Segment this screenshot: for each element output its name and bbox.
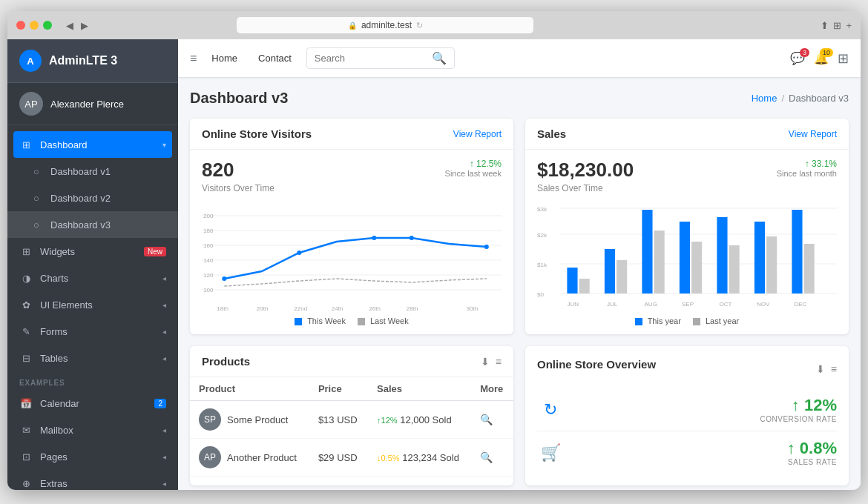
- messages-button[interactable]: 💬 3: [790, 51, 805, 65]
- visitors-card-title: Online Store Visitors: [202, 127, 312, 140]
- forms-icon: ✎: [19, 325, 33, 338]
- svg-rect-36: [642, 210, 652, 294]
- product-search-button[interactable]: 🔍: [480, 451, 493, 463]
- svg-rect-43: [766, 236, 777, 294]
- new-tab-button[interactable]: ⊞: [833, 20, 841, 31]
- product-name: Another Product: [227, 452, 297, 463]
- address-bar[interactable]: 🔒 adminlte.test ↻: [237, 17, 533, 33]
- sidebar-item-dashboard-v1[interactable]: ○ Dashboard v1: [7, 158, 178, 185]
- chevron-left-icon: ◂: [162, 354, 166, 362]
- maximize-button[interactable]: [43, 21, 52, 30]
- visitors-label: Visitors Over Time: [202, 183, 274, 193]
- sidebar-item-charts[interactable]: ◑ Charts ◂: [7, 265, 178, 291]
- circle-icon: ○: [30, 218, 43, 231]
- overview-menu-icon[interactable]: ≡: [831, 363, 837, 375]
- search-input[interactable]: [315, 53, 427, 64]
- sidebar-item-label: Dashboard v3: [50, 219, 166, 231]
- app-grid-button[interactable]: ⊞: [838, 50, 849, 67]
- search-box[interactable]: 🔍: [306, 47, 455, 69]
- trend-down-icon: ↓0.5%: [377, 454, 400, 462]
- sidebar-toggle-button[interactable]: ≡: [190, 52, 197, 65]
- product-more-cell: 🔍: [471, 439, 513, 477]
- svg-point-12: [222, 276, 226, 281]
- sidebar-item-label: Charts: [40, 273, 162, 284]
- sidebar-item-tables[interactable]: ⊟ Tables ◂: [7, 345, 178, 371]
- sidebar-item-dashboard-v3[interactable]: ○ Dashboard v3: [7, 211, 178, 238]
- menu-icon[interactable]: ≡: [496, 356, 502, 368]
- nav-link-contact[interactable]: Contact: [252, 50, 297, 67]
- sidebar-item-label: Tables: [40, 353, 162, 364]
- nav-link-home[interactable]: Home: [206, 50, 243, 67]
- forward-button[interactable]: ▶: [79, 20, 91, 31]
- svg-rect-33: [579, 279, 590, 294]
- conversion-info: ↑ 12% CONVERSION RATE: [573, 396, 837, 423]
- minimize-button[interactable]: [30, 21, 39, 30]
- svg-text:18th: 18th: [217, 305, 228, 312]
- sidebar-item-pages[interactable]: ⊡ Pages ◂: [7, 443, 178, 470]
- visitors-card-header: Online Store Visitors View Report: [190, 119, 513, 150]
- product-more-cell: 🔍: [471, 401, 513, 439]
- svg-text:200: 200: [203, 213, 214, 219]
- svg-rect-44: [792, 210, 802, 294]
- browser-window: ◀ ▶ 🔒 adminlte.test ↻ ⬆ ⊞ + A AdminLTE 3…: [7, 11, 861, 490]
- this-week-legend: This Week: [295, 316, 346, 325]
- sidebar-item-widgets[interactable]: ⊞ Widgets New: [7, 238, 178, 265]
- table-row: AP Another Product $29 USD ↓0.5% 123,234…: [190, 439, 513, 477]
- last-year-dot: [693, 318, 700, 325]
- sidebar-item-ui-elements[interactable]: ✿ UI Elements ◂: [7, 291, 178, 318]
- notifications-button[interactable]: 🔔 10: [814, 51, 829, 65]
- sidebar-item-extras[interactable]: ⊕ Extras ◂: [7, 470, 178, 490]
- chevron-left-icon: ◂: [162, 328, 166, 336]
- share-button[interactable]: ⬆: [821, 20, 829, 31]
- sidebar-item-label: Forms: [40, 326, 162, 337]
- svg-text:180: 180: [203, 228, 214, 234]
- download-icon[interactable]: ⬇: [481, 356, 490, 368]
- svg-text:SEP: SEP: [682, 301, 694, 308]
- messages-badge: 3: [800, 48, 809, 57]
- svg-text:DEC: DEC: [794, 301, 806, 308]
- widgets-icon: ⊞: [19, 245, 33, 258]
- sidebar-item-forms[interactable]: ✎ Forms ◂: [7, 318, 178, 345]
- user-name: Alexander Pierce: [50, 99, 124, 110]
- chevron-left-icon: ◂: [162, 453, 166, 461]
- chevron-left-icon: ◂: [162, 274, 166, 282]
- svg-text:JUL: JUL: [607, 301, 618, 308]
- sidebar-item-mailbox[interactable]: ✉ Mailbox ◂: [7, 417, 178, 443]
- chevron-down-icon: ▾: [162, 141, 166, 149]
- sidebar-item-calendar[interactable]: 📅 Calendar 2: [7, 390, 178, 417]
- sidebar-item-label: UI Elements: [40, 299, 162, 311]
- brand-logo: A: [19, 50, 42, 72]
- back-button[interactable]: ◀: [64, 20, 76, 31]
- svg-text:24th: 24th: [332, 305, 343, 312]
- extras-icon: ⊕: [19, 477, 33, 490]
- svg-point-13: [297, 251, 301, 255]
- main-content: Dashboard v3 Home / Dashboard v3 Online …: [178, 78, 861, 490]
- sidebar-item-dashboard-v2[interactable]: ○ Dashboard v2: [7, 185, 178, 211]
- avatar: AP: [19, 92, 43, 116]
- svg-text:20th: 20th: [257, 305, 269, 312]
- breadcrumb-home[interactable]: Home: [752, 93, 777, 104]
- svg-text:160: 160: [203, 242, 214, 249]
- breadcrumb: Home / Dashboard v3: [752, 93, 849, 104]
- url-text: adminlte.test: [361, 20, 412, 30]
- sidebar-item-label: Dashboard: [40, 139, 162, 150]
- last-year-legend: Last year: [693, 316, 739, 325]
- overview-download-icon[interactable]: ⬇: [816, 363, 825, 375]
- visitors-view-report-link[interactable]: View Report: [453, 129, 502, 139]
- top-cards-row: Online Store Visitors View Report 820 Vi…: [190, 119, 849, 334]
- col-product: Product: [190, 377, 309, 401]
- new-badge: New: [144, 247, 166, 256]
- svg-text:$1k: $1k: [537, 262, 548, 268]
- svg-rect-41: [729, 245, 740, 294]
- sales-view-report-link[interactable]: View Report: [789, 129, 837, 139]
- circle-icon: ○: [30, 165, 43, 178]
- product-name-cell: AP Another Product: [190, 439, 309, 477]
- svg-text:140: 140: [203, 257, 214, 264]
- add-tab-button[interactable]: +: [846, 20, 852, 31]
- visitors-change-note: Since last week: [445, 169, 502, 178]
- product-search-button[interactable]: 🔍: [480, 414, 493, 425]
- sidebar-item-dashboard[interactable]: ⊞ Dashboard ▾: [13, 131, 172, 158]
- visitors-stat: 820 Visitors Over Time: [202, 159, 274, 193]
- this-week-dot: [295, 318, 302, 325]
- close-button[interactable]: [16, 21, 25, 30]
